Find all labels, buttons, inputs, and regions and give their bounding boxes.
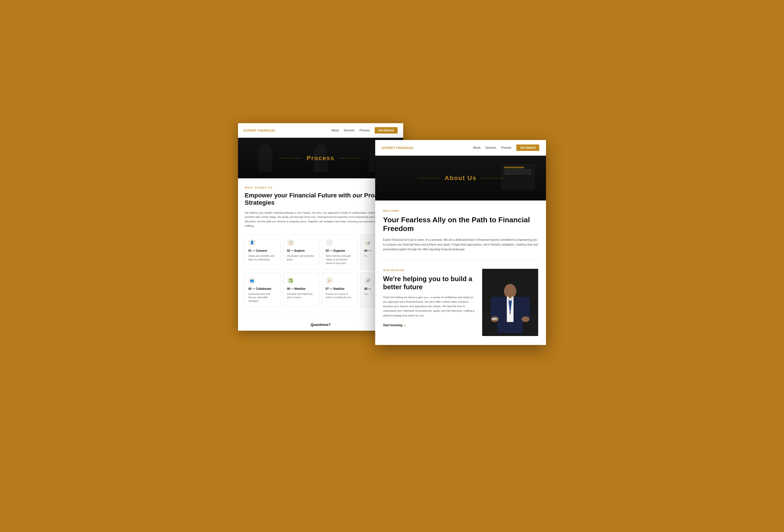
- logo-front: EXPERT FINANCIAL: [382, 146, 414, 149]
- step-mobilize-desc: Prioritize and implement plan of action.: [287, 292, 315, 300]
- nav-cta-front[interactable]: Get Started: [516, 144, 539, 151]
- suited-person-svg: [482, 269, 538, 336]
- nav-services-back[interactable]: Services: [344, 129, 355, 132]
- mission-heading: We're helping you to build a better futu…: [383, 275, 475, 291]
- screen-line-4: [504, 173, 532, 174]
- svg-point-17: [522, 316, 530, 322]
- nav-front: EXPERT FINANCIAL About Services Process …: [375, 140, 546, 156]
- step-mobilize-icon: ✅: [287, 277, 294, 284]
- nav-process-back[interactable]: Process: [360, 129, 370, 132]
- step-explore: 📋 02 — Explore Dig deeper and crystalize…: [283, 235, 319, 269]
- svg-rect-15: [522, 297, 530, 319]
- process-body: We believe your wealth roadmap belongs i…: [245, 211, 396, 228]
- nav-links-front: About Services Process Get Started: [473, 144, 539, 151]
- logo-accent-front: EX: [382, 146, 386, 149]
- mission-tag: OUR MISSION: [383, 269, 475, 272]
- fearless-body: Expert Financial isn't just a name, it's…: [383, 237, 538, 252]
- svg-rect-18: [492, 318, 497, 320]
- about-content: WELCOME Your Fearless Ally on the Path t…: [375, 200, 546, 345]
- step-organize: 📄 03 — Organize Take inventory and gain …: [322, 235, 358, 269]
- steps-row-1: 👤 01 — Connect Share your priorities and…: [245, 235, 396, 269]
- section-divider: [383, 261, 538, 261]
- step-mobilize: ✅ 06 — Mobilize Prioritize and implement…: [283, 273, 319, 307]
- screen-decoration: [501, 164, 535, 189]
- screen-line-3: [504, 171, 532, 172]
- hero-title-front: About Us: [418, 174, 503, 182]
- step-stabilize-icon: ⚖: [326, 277, 333, 284]
- step-connect-desc: Share your priorities and learn our phil…: [248, 254, 277, 261]
- step-connect-title: 01 — Connect: [248, 249, 277, 253]
- step-explore-title: 02 — Explore: [287, 249, 315, 253]
- nav-back: EXPERT FINANCIAL About Services Process …: [238, 123, 403, 138]
- hero-front: About Us: [375, 156, 546, 200]
- mission-image: [482, 269, 538, 336]
- step-organize-desc: Take inventory and gain clarity on all r…: [326, 254, 354, 265]
- about-page: EXPERT FINANCIAL About Services Process …: [375, 140, 546, 345]
- process-heading: Empower your Financial Future with our P…: [245, 192, 396, 207]
- logo-back: EXPERT FINANCIAL: [244, 129, 276, 132]
- step-collaborate-title: 05 — Collaborate: [248, 287, 277, 291]
- hero-title-back: Process: [280, 155, 362, 162]
- step-organize-title: 03 — Organize: [326, 249, 354, 253]
- svg-rect-14: [491, 297, 498, 319]
- nav-about-front[interactable]: About: [473, 146, 480, 149]
- screen-line-2: [504, 169, 532, 170]
- step-collaborate: 👥 05 — Collaborate Summarize plan and di…: [245, 273, 281, 307]
- nav-process-front[interactable]: Process: [501, 146, 511, 149]
- step-mobilize-title: 06 — Mobilize: [287, 287, 315, 291]
- step-explore-icon: 📋: [287, 239, 294, 246]
- mission-section: OUR MISSION We're helping you to build a…: [383, 269, 538, 336]
- nav-services-front[interactable]: Services: [485, 146, 496, 149]
- mission-body: That's the feeling we strive to give you…: [383, 295, 475, 318]
- svg-point-20: [510, 312, 511, 314]
- logo-accent: EX: [244, 129, 248, 132]
- process-tag: WHAT GUIDES US: [245, 186, 396, 189]
- step-connect-icon: 👤: [248, 239, 256, 246]
- welcome-tag: WELCOME: [383, 209, 538, 212]
- screen-line-1: [504, 167, 524, 168]
- step-08-icon: 🔗: [364, 277, 371, 284]
- step-explore-desc: Dig deeper and crystalize goals.: [287, 254, 315, 261]
- step-organize-icon: 📄: [326, 239, 333, 246]
- step-connect: 👤 01 — Connect Share your priorities and…: [245, 235, 281, 269]
- step-stabilize: ⚖ 07 — Stabilize Ensure our course of ac…: [322, 273, 358, 307]
- steps-row-2: 👥 05 — Collaborate Summarize plan and di…: [245, 273, 396, 307]
- nav-links-back: About Services Process Get Started: [331, 127, 398, 134]
- start-investing-link[interactable]: Start Investing: [383, 323, 475, 328]
- step-stabilize-title: 07 — Stabilize: [326, 287, 354, 291]
- step-collaborate-desc: Summarize plan and discuss actionable st…: [248, 292, 277, 303]
- step-stabilize-desc: Ensure our course of action is working f…: [326, 292, 354, 300]
- nav-cta-back[interactable]: Get Started: [375, 127, 398, 134]
- fearless-heading: Your Fearless Ally on the Path to Financ…: [383, 216, 538, 233]
- step-04-icon: 📊: [364, 239, 371, 246]
- step-collaborate-icon: 👥: [248, 277, 256, 284]
- mission-text: OUR MISSION We're helping you to build a…: [383, 269, 475, 328]
- scene: EXPERT FINANCIAL About Services Process …: [238, 123, 546, 409]
- nav-about-back[interactable]: About: [331, 129, 338, 132]
- svg-point-19: [510, 309, 511, 310]
